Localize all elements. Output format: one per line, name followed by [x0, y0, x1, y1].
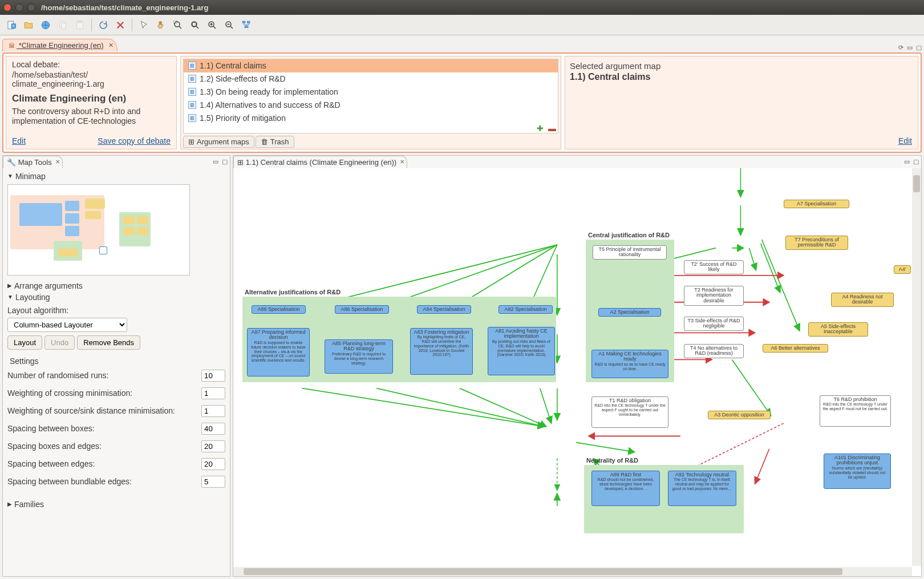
- selected-map-edit-link[interactable]: Edit: [898, 136, 912, 145]
- canvas-tab[interactable]: ⊞ 1.1) Central claims (Climate Engineeri…: [233, 156, 407, 168]
- node-a6[interactable]: A6 Better alternatives: [763, 344, 828, 353]
- setting-input[interactable]: [201, 387, 225, 399]
- node-a82[interactable]: A82 Specialisation: [499, 305, 553, 314]
- setting-row: Number of randomised runs:: [7, 367, 225, 384]
- map-icon: ⊞: [188, 62, 196, 70]
- node-t6[interactable]: T6 R&D prohibition R&D into the CE techn…: [820, 395, 891, 427]
- tab-argument-maps[interactable]: ⊞Argument maps: [183, 136, 254, 148]
- node-a87[interactable]: A87 Preparing informed decision R&D is s…: [247, 328, 310, 376]
- families-section-header[interactable]: ▶Families: [7, 499, 225, 510]
- refresh-icon[interactable]: [95, 17, 111, 33]
- zoom-in-icon[interactable]: [204, 17, 220, 33]
- map-small-icon: ⊞: [188, 137, 194, 146]
- hand-tool-icon[interactable]: [153, 17, 169, 33]
- node-a84[interactable]: A84 Specialisation: [417, 305, 471, 314]
- layouting-section-header[interactable]: ▼Layouting: [7, 291, 225, 303]
- zoom-out-icon[interactable]: [221, 17, 237, 33]
- arrange-section-header[interactable]: ▶Arrange arguments: [7, 280, 225, 291]
- arg-map-item[interactable]: ⊞1.2) Side-effects of R&D: [184, 72, 558, 86]
- window-maximize-button[interactable]: [27, 3, 35, 11]
- remove-bends-button[interactable]: Remove Bends: [77, 335, 140, 350]
- node-a7[interactable]: A7 Specialisation: [784, 200, 849, 209]
- edit-link[interactable]: Edit: [12, 136, 26, 145]
- minimize-panel-icon[interactable]: ▭: [907, 44, 913, 51]
- node-a83[interactable]: A83 Fostering mitigation By highlighting…: [410, 328, 473, 375]
- close-icon[interactable]: ✕: [400, 159, 404, 165]
- node-a101[interactable]: A101 Discriminating prohibitions unjust …: [824, 454, 891, 489]
- argument-map-canvas[interactable]: Alternative justifications of R&D Centra…: [233, 168, 921, 576]
- node-a3[interactable]: A3 Deontic opposition: [708, 411, 771, 420]
- setting-row: Spacing between bundlable edges:: [7, 473, 225, 491]
- setting-input[interactable]: [201, 405, 225, 417]
- vertical-scrollbar[interactable]: [912, 168, 921, 566]
- globe-open-icon[interactable]: [38, 17, 54, 33]
- minimize-icon[interactable]: ▭: [213, 158, 218, 165]
- node-t1[interactable]: T1 R&D obligation R&D into the CE techno…: [591, 396, 668, 428]
- maximize-icon[interactable]: ▢: [222, 158, 228, 165]
- new-file-icon[interactable]: +: [3, 17, 19, 33]
- zoom-area-icon[interactable]: [170, 17, 186, 33]
- minimap-section-header[interactable]: ▼Minimap: [7, 171, 225, 182]
- selected-map-box: Selected argument map 1.1) Central claim…: [565, 56, 918, 149]
- arg-map-item[interactable]: ⊞1.4) Alternatives to and success of R&D: [184, 99, 558, 112]
- setting-input[interactable]: [201, 476, 225, 488]
- tab-trash[interactable]: 🗑Trash: [256, 136, 294, 148]
- open-file-icon[interactable]: [21, 17, 37, 33]
- setting-input[interactable]: [201, 370, 225, 382]
- remove-map-icon[interactable]: ▬: [548, 124, 556, 133]
- zoom-fit-icon[interactable]: [187, 17, 203, 33]
- layout-algorithm-select[interactable]: Column-based Layouter: [7, 318, 127, 332]
- close-icon[interactable]: ✕: [55, 159, 60, 165]
- arg-map-item[interactable]: ⊞1.1) Central claims: [184, 59, 558, 72]
- horizontal-scrollbar[interactable]: [233, 567, 912, 576]
- close-icon[interactable]: ✕: [108, 42, 114, 49]
- node-t3[interactable]: T3 Side-effects of R&D negligible: [684, 317, 744, 331]
- node-a4[interactable]: A4 Readiness not desirable: [831, 293, 894, 307]
- node-t7[interactable]: T7 Preconditions of permissible R&D: [785, 236, 848, 250]
- arg-map-item[interactable]: ⊞1.3) On being ready for implementation: [184, 86, 558, 99]
- setting-input[interactable]: [201, 458, 225, 470]
- node-a4p[interactable]: A4': [894, 265, 911, 274]
- add-map-icon[interactable]: ✚: [537, 124, 544, 133]
- cancel-icon[interactable]: [112, 17, 128, 33]
- node-t2p[interactable]: T2' Success of R&D likely: [684, 260, 744, 275]
- refresh-small-icon[interactable]: ⟳: [898, 44, 903, 51]
- local-debate-header: Local debate:: [12, 60, 171, 69]
- argument-maps-list[interactable]: ⊞1.1) Central claims ⊞1.2) Side-effects …: [183, 59, 558, 133]
- node-t2[interactable]: T2 Readiness for implementation desirabl…: [684, 286, 744, 306]
- node-a5[interactable]: A5 Side-effects inacceptable: [808, 322, 868, 337]
- setting-row: Spacing between edges:: [7, 455, 225, 473]
- node-a89[interactable]: A89 R&D first R&D should not be constrai…: [591, 471, 660, 506]
- node-a1[interactable]: A1 Making CE technologies ready R&D is r…: [591, 350, 668, 378]
- setting-row: Spacing between boxes:: [7, 420, 225, 438]
- maximize-panel-icon[interactable]: ▢: [916, 44, 922, 51]
- undo-button[interactable]: Undo: [44, 335, 75, 350]
- node-a86[interactable]: A86 Specialisation: [335, 305, 389, 314]
- map-tools-tab[interactable]: 🔧 Map Tools ✕: [3, 156, 63, 168]
- node-t5[interactable]: T5 Principle of instrumental rationality: [593, 245, 667, 260]
- maximize-icon[interactable]: ▢: [913, 158, 919, 165]
- node-a2[interactable]: A2 Specialisation: [598, 308, 661, 317]
- setting-input[interactable]: [201, 440, 225, 452]
- window-minimize-button[interactable]: [15, 3, 23, 11]
- minimize-icon[interactable]: ▭: [904, 158, 910, 165]
- argument-maps-box: ⊞1.1) Central claims ⊞1.2) Side-effects …: [180, 56, 561, 149]
- setting-input[interactable]: [201, 423, 225, 435]
- layout-button[interactable]: Layout: [7, 335, 42, 350]
- pointer-tool-icon[interactable]: [136, 17, 152, 33]
- window-close-button[interactable]: [3, 3, 11, 11]
- svg-point-8: [175, 22, 180, 27]
- arg-map-item[interactable]: ⊞1.5) Priority of mitigation: [184, 112, 558, 125]
- node-a92[interactable]: A92 Technology neutral The CE technology…: [668, 471, 736, 506]
- layout-tool-icon[interactable]: [238, 17, 254, 33]
- minimap[interactable]: [7, 184, 190, 276]
- node-t4[interactable]: T4 No alternatives to R&D (readiness): [684, 344, 744, 359]
- node-a88[interactable]: A88 Specialisation: [252, 305, 306, 314]
- window-title: /home/sebastian/test/climate_engineering…: [41, 3, 208, 12]
- node-a85[interactable]: A85 Planning long-term R&D strategy Prel…: [325, 339, 393, 374]
- svg-rect-5: [62, 23, 66, 29]
- save-copy-link[interactable]: Save copy of debate: [98, 136, 171, 145]
- node-a81[interactable]: A81 Avoiding hasty CE implementation By …: [488, 327, 555, 375]
- debate-tab[interactable]: 🏛 *Climate Engineering (en) ✕: [2, 39, 117, 51]
- layout-algorithm-label: Layout algorithm:: [7, 306, 225, 315]
